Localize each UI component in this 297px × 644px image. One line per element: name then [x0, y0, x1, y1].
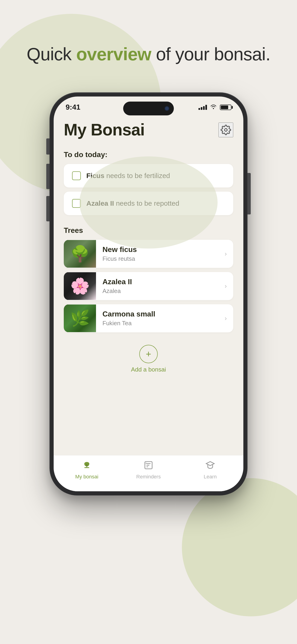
- tab-my-bonsai-icon: [82, 460, 92, 472]
- chevron-right-icon-carmona: ›: [225, 315, 233, 322]
- tab-reminders-label: Reminders: [136, 474, 161, 480]
- signal-bar-2: [201, 107, 202, 110]
- tree-item-carmona[interactable]: Carmona small Fukien Tea ›: [64, 304, 233, 332]
- status-bar: 9:41: [54, 96, 243, 114]
- tree-name-azalea: Azalea II: [102, 278, 218, 286]
- tree-species-ficus: Ficus reutsa: [102, 255, 218, 262]
- tab-bar: My bonsai Reminders: [54, 455, 243, 491]
- app-header: My Bonsai: [64, 121, 233, 139]
- tab-reminders-icon: [144, 460, 153, 472]
- tab-my-bonsai[interactable]: My bonsai: [56, 460, 118, 480]
- header-highlight: overview: [76, 44, 151, 64]
- front-camera: [164, 106, 169, 111]
- tab-learn[interactable]: Learn: [179, 460, 241, 480]
- chevron-right-icon-ficus: ›: [225, 250, 233, 258]
- tab-my-bonsai-label: My bonsai: [75, 474, 98, 480]
- battery-fill: [221, 106, 228, 109]
- svg-marker-8: [206, 462, 214, 466]
- tree-name-carmona: Carmona small: [102, 310, 218, 318]
- status-time: 9:41: [66, 103, 80, 112]
- status-icons: [198, 104, 232, 110]
- signal-bar-4: [205, 105, 207, 110]
- page-header: Quick overview of your bonsai.: [27, 44, 270, 65]
- tree-species-carmona: Fukien Tea: [102, 320, 218, 327]
- tree-info-azalea: Azalea II Azalea: [102, 272, 218, 300]
- settings-button[interactable]: [218, 122, 233, 137]
- tree-species-azalea: Azalea: [102, 288, 218, 294]
- volume-up-button: [46, 164, 50, 189]
- phone-shell: 9:41: [50, 92, 248, 496]
- tab-reminders[interactable]: Reminders: [118, 460, 179, 480]
- screen-content[interactable]: My Bonsai To do today:: [54, 114, 243, 455]
- header-prefix: Quick: [27, 44, 76, 64]
- tree-item-azalea[interactable]: Azalea II Azalea ›: [64, 272, 233, 300]
- power-button: [248, 173, 251, 214]
- phone-screen: 9:41: [54, 96, 243, 491]
- phone-mockup: 9:41: [50, 92, 248, 496]
- chevron-right-icon-azalea: ›: [225, 282, 233, 290]
- signal-bar-3: [203, 106, 205, 110]
- tab-learn-label: Learn: [204, 474, 217, 480]
- tab-learn-icon: [205, 460, 215, 472]
- wifi-icon: [210, 104, 217, 110]
- add-bonsai-button[interactable]: +: [139, 345, 158, 363]
- silent-button: [46, 138, 50, 154]
- header-suffix: of your bonsai.: [151, 44, 270, 64]
- svg-rect-1: [84, 467, 89, 468]
- app-title: My Bonsai: [64, 121, 144, 139]
- phone-blob-decoration: [80, 156, 218, 248]
- add-bonsai-section: + Add a bonsai: [64, 336, 233, 379]
- tree-image-azalea: [64, 272, 96, 300]
- tree-info-carmona: Carmona small Fukien Tea: [102, 304, 218, 332]
- tree-image-ficus: [64, 240, 96, 268]
- svg-point-0: [224, 128, 227, 131]
- bg-circle-bottom-right: [182, 478, 297, 616]
- tree-image-carmona: [64, 304, 96, 332]
- dynamic-island: [123, 102, 174, 116]
- signal-bar-1: [198, 108, 200, 110]
- battery-icon: [220, 104, 232, 110]
- signal-bars: [198, 105, 207, 110]
- volume-down-button: [46, 196, 50, 221]
- checkbox-ficus[interactable]: [72, 171, 81, 180]
- add-bonsai-label: Add a bonsai: [131, 366, 166, 373]
